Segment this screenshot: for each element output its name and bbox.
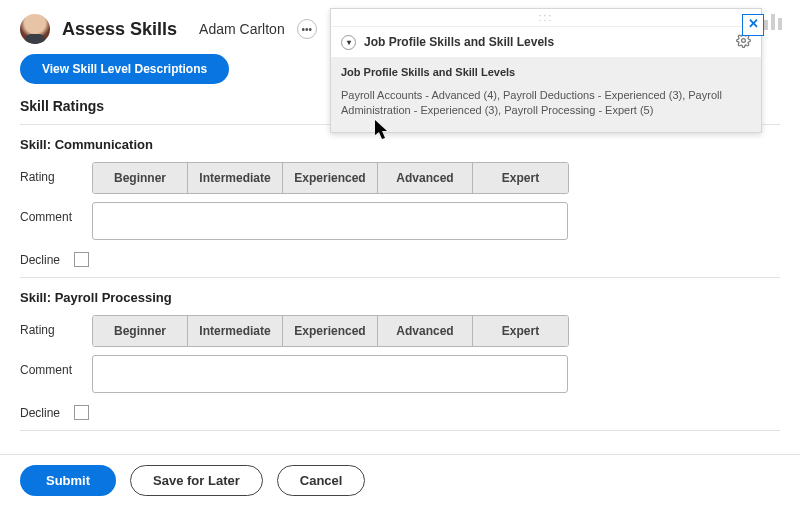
- skills-panel: Skill: Communication Rating Beginner Int…: [20, 124, 780, 431]
- comment-row: Comment: [20, 202, 780, 240]
- popover-body: Job Profile Skills and Skill Levels Payr…: [331, 58, 761, 132]
- rating-option-beginner[interactable]: Beginner: [93, 163, 188, 193]
- page-title: Assess Skills: [62, 19, 177, 40]
- popover-title: Job Profile Skills and Skill Levels: [364, 35, 554, 49]
- decline-label: Decline: [20, 406, 60, 420]
- chart-icon[interactable]: [764, 14, 782, 30]
- footer-actions: Submit Save for Later Cancel: [0, 454, 800, 506]
- rating-option-intermediate[interactable]: Intermediate: [188, 163, 283, 193]
- rating-option-expert[interactable]: Expert: [473, 316, 568, 346]
- popover-text: Payroll Accounts - Advanced (4), Payroll…: [341, 88, 751, 118]
- rating-row: Rating Beginner Intermediate Experienced…: [20, 162, 780, 194]
- chevron-down-icon[interactable]: ▾: [341, 35, 356, 50]
- rating-option-experienced[interactable]: Experienced: [283, 163, 378, 193]
- rating-group: Beginner Intermediate Experienced Advanc…: [92, 315, 569, 347]
- skill-block: Skill: Payroll Processing Rating Beginne…: [20, 278, 780, 431]
- svg-point-0: [742, 39, 746, 43]
- rating-label: Rating: [20, 315, 92, 337]
- rating-label: Rating: [20, 162, 92, 184]
- popover-header: ▾ Job Profile Skills and Skill Levels: [331, 26, 761, 58]
- skill-title: Skill: Payroll Processing: [20, 290, 780, 305]
- comment-row: Comment: [20, 355, 780, 393]
- rating-row: Rating Beginner Intermediate Experienced…: [20, 315, 780, 347]
- close-icon[interactable]: ✕: [742, 14, 764, 36]
- rating-option-expert[interactable]: Expert: [473, 163, 568, 193]
- skill-title: Skill: Communication: [20, 137, 780, 152]
- save-for-later-button[interactable]: Save for Later: [130, 465, 263, 496]
- decline-row: Decline: [20, 252, 780, 267]
- comment-label: Comment: [20, 355, 92, 377]
- skill-levels-popover: ::: ▾ Job Profile Skills and Skill Level…: [330, 8, 762, 133]
- rating-group: Beginner Intermediate Experienced Advanc…: [92, 162, 569, 194]
- decline-checkbox[interactable]: [74, 252, 89, 267]
- decline-row: Decline: [20, 405, 780, 420]
- view-skill-descriptions-button[interactable]: View Skill Level Descriptions: [20, 54, 229, 84]
- avatar: [20, 14, 50, 44]
- rating-option-intermediate[interactable]: Intermediate: [188, 316, 283, 346]
- comment-input[interactable]: [92, 202, 568, 240]
- popover-subheading: Job Profile Skills and Skill Levels: [341, 66, 751, 78]
- skill-block: Skill: Communication Rating Beginner Int…: [20, 125, 780, 278]
- drag-handle-icon[interactable]: :::: [331, 9, 761, 26]
- decline-label: Decline: [20, 253, 60, 267]
- rating-option-advanced[interactable]: Advanced: [378, 163, 473, 193]
- submit-button[interactable]: Submit: [20, 465, 116, 496]
- cancel-button[interactable]: Cancel: [277, 465, 366, 496]
- more-actions-button[interactable]: •••: [297, 19, 317, 39]
- rating-option-beginner[interactable]: Beginner: [93, 316, 188, 346]
- comment-input[interactable]: [92, 355, 568, 393]
- decline-checkbox[interactable]: [74, 405, 89, 420]
- comment-label: Comment: [20, 202, 92, 224]
- rating-option-experienced[interactable]: Experienced: [283, 316, 378, 346]
- user-name: Adam Carlton: [199, 21, 285, 37]
- rating-option-advanced[interactable]: Advanced: [378, 316, 473, 346]
